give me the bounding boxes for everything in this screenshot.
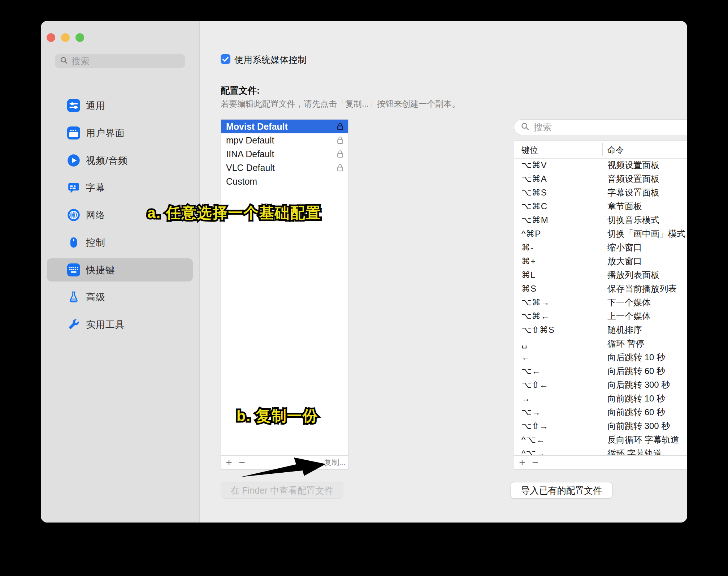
sidebar-item-utilities[interactable]: 实用工具 <box>47 313 193 336</box>
profile-rows: Movist Defaultmpv DefaultIINA DefaultVLC… <box>221 120 348 188</box>
keybinding-row[interactable]: ⌥⌘M切换音乐模式 <box>514 213 687 227</box>
sidebar-item-shortcut[interactable]: 快捷键 <box>47 258 193 281</box>
key-cell: ⌥⇧→ <box>514 421 600 431</box>
key-cell: ⌥⇧← <box>514 380 600 390</box>
sidebar-item-label: 通用 <box>86 99 105 112</box>
ui-icon <box>67 126 80 139</box>
key-cell: ^⌥← <box>514 435 600 445</box>
profile-row[interactable]: IINA Default <box>221 147 348 161</box>
sidebar-item-label: 网络 <box>86 209 105 222</box>
command-cell: 视频设置面板 <box>600 159 659 171</box>
general-icon <box>67 99 80 112</box>
key-cell: ␣ <box>514 339 600 349</box>
zoom-button[interactable] <box>75 33 84 42</box>
keybinding-row[interactable]: ⌥←向后跳转 60 秒 <box>514 364 687 378</box>
sidebar-item-label: 视频/音频 <box>86 154 128 167</box>
annotation-step-b: b. 复制一份 <box>237 406 318 426</box>
keybinding-row[interactable]: ⌘-缩小窗口 <box>514 241 687 254</box>
add-keybinding-button[interactable]: + <box>516 456 529 469</box>
profiles-section-description: 若要编辑此配置文件，请先点击「复制...」按钮来创建一个副本。 <box>221 98 460 109</box>
keybinding-row[interactable]: ⌥⌘S字幕设置面板 <box>514 186 687 199</box>
remove-profile-button[interactable]: − <box>235 456 248 469</box>
command-cell: 向后跳转 10 秒 <box>600 352 665 363</box>
column-divider <box>602 143 603 156</box>
profile-row[interactable]: VLC Default <box>221 161 348 175</box>
command-cell: 循环 暂停 <box>600 338 645 349</box>
reveal-in-finder-button[interactable]: 在 Finder 中查看配置文件 <box>221 482 343 499</box>
import-config-button[interactable]: 导入已有的配置文件 <box>511 482 612 499</box>
sidebar-item-general[interactable]: 通用 <box>47 94 193 117</box>
keybinding-toolbar: + − 显示原始值 <box>514 455 687 469</box>
keybinding-row[interactable]: ^⌥→循环 字幕轨道 <box>514 447 687 456</box>
keybinding-row[interactable]: ^⌘P切换「画中画」模式 <box>514 227 687 241</box>
keybinding-row[interactable]: ←向后跳转 10 秒 <box>514 351 687 364</box>
keybinding-row[interactable]: ⌘+放大窗口 <box>514 254 687 268</box>
lock-icon <box>337 136 344 145</box>
command-cell: 向前跳转 10 秒 <box>600 393 665 404</box>
keybinding-row[interactable]: ⌘L播放列表面板 <box>514 268 687 282</box>
content-pane: 使用系统媒体控制 ? 配置文件: 若要编辑此配置文件，请先点击「复制...」按钮… <box>199 21 687 523</box>
close-button[interactable] <box>47 33 55 42</box>
sidebar-item-ui[interactable]: 用户界面 <box>47 121 193 145</box>
command-cell: 向前跳转 300 秒 <box>600 420 670 432</box>
search-icon <box>521 122 529 132</box>
system-media-checkbox[interactable] <box>221 54 230 64</box>
add-profile-button[interactable]: + <box>222 456 235 469</box>
command-cell: 切换「画中画」模式 <box>600 228 685 240</box>
network-icon <box>67 209 80 222</box>
key-cell: ⌥← <box>514 366 600 376</box>
key-cell: ⌥⌘→ <box>514 297 600 308</box>
keybinding-row[interactable]: ⌥⇧→向前跳转 300 秒 <box>514 419 687 433</box>
command-cell: 循环 字幕轨道 <box>600 448 662 456</box>
key-cell: ⌥⇧⌘S <box>514 325 600 335</box>
profile-row[interactable]: mpv Default <box>221 133 348 147</box>
key-cell: ⌥→ <box>514 407 600 417</box>
sidebar-item-label: 控制 <box>86 236 105 249</box>
key-cell: ⌘L <box>514 270 600 280</box>
command-cell: 下一个媒体 <box>600 297 651 308</box>
profile-toolbar: + − 复制... <box>221 455 348 469</box>
profile-name: IINA Default <box>226 149 337 159</box>
lock-icon <box>337 150 344 158</box>
annotation-step-a: a. 任意选择一个基础配置 <box>147 203 321 223</box>
keybinding-row[interactable]: ⌥⌘V视频设置面板 <box>514 158 687 172</box>
keybinding-row[interactable]: ⌥⇧←向后跳转 300 秒 <box>514 378 687 392</box>
keybinding-row[interactable]: ⌥⌘C章节面板 <box>514 199 687 213</box>
command-cell: 向前跳转 60 秒 <box>600 407 665 418</box>
sidebar-item-label: 高级 <box>86 291 105 304</box>
screenshot-root: 搜索 通用用户界面视频/音频字幕网络控制快捷键高级实用工具 使用系统媒体控制 ?… <box>0 0 728 576</box>
keybinding-row[interactable]: →向前跳转 10 秒 <box>514 392 687 405</box>
keybinding-search-placeholder: 搜索 <box>534 121 552 133</box>
sidebar-item-subtitle[interactable]: 字幕 <box>47 176 193 199</box>
profile-row[interactable]: Custom <box>221 175 348 188</box>
key-cell: → <box>514 394 600 404</box>
key-cell: ⌘+ <box>514 256 600 266</box>
keybinding-row[interactable]: ⌘S保存当前播放列表 <box>514 282 687 296</box>
key-cell: ⌥⌘M <box>514 215 600 225</box>
column-header-key[interactable]: 键位 <box>521 145 538 156</box>
key-cell: ^⌘P <box>514 229 600 239</box>
sidebar-item-video-audio[interactable]: 视频/音频 <box>47 149 193 172</box>
keybinding-row[interactable]: ⌥⌘←上一个媒体 <box>514 309 687 323</box>
sidebar-search-input[interactable]: 搜索 <box>55 54 185 68</box>
profile-row[interactable]: Movist Default <box>221 120 348 133</box>
window-controls <box>47 33 84 42</box>
keybinding-row[interactable]: ⌥⌘→下一个媒体 <box>514 296 687 309</box>
key-cell: ⌥⌘A <box>514 174 600 184</box>
remove-keybinding-button[interactable]: − <box>529 456 542 469</box>
keybinding-row[interactable]: ⌥⇧⌘S随机排序 <box>514 323 687 337</box>
keybinding-row[interactable]: ␣循环 暂停 <box>514 337 687 351</box>
system-media-checkbox-label: 使用系统媒体控制 <box>234 54 307 66</box>
keybinding-row[interactable]: ⌥⌘A音频设置面板 <box>514 172 687 186</box>
preferences-window: 搜索 通用用户界面视频/音频字幕网络控制快捷键高级实用工具 使用系统媒体控制 ?… <box>41 21 687 523</box>
duplicate-profile-button[interactable]: 复制... <box>321 456 348 469</box>
command-cell: 随机排序 <box>600 324 642 336</box>
column-header-command[interactable]: 命令 <box>607 145 624 156</box>
minimize-button[interactable] <box>61 33 70 42</box>
sidebar-item-control[interactable]: 控制 <box>47 231 193 254</box>
keybinding-row[interactable]: ⌥→向前跳转 60 秒 <box>514 405 687 419</box>
keybinding-row[interactable]: ^⌥←反向循环 字幕轨道 <box>514 433 687 447</box>
keybinding-search-input[interactable]: 搜索 <box>514 119 687 135</box>
profiles-section-title: 配置文件: <box>221 85 260 96</box>
sidebar-item-advanced[interactable]: 高级 <box>47 285 193 309</box>
